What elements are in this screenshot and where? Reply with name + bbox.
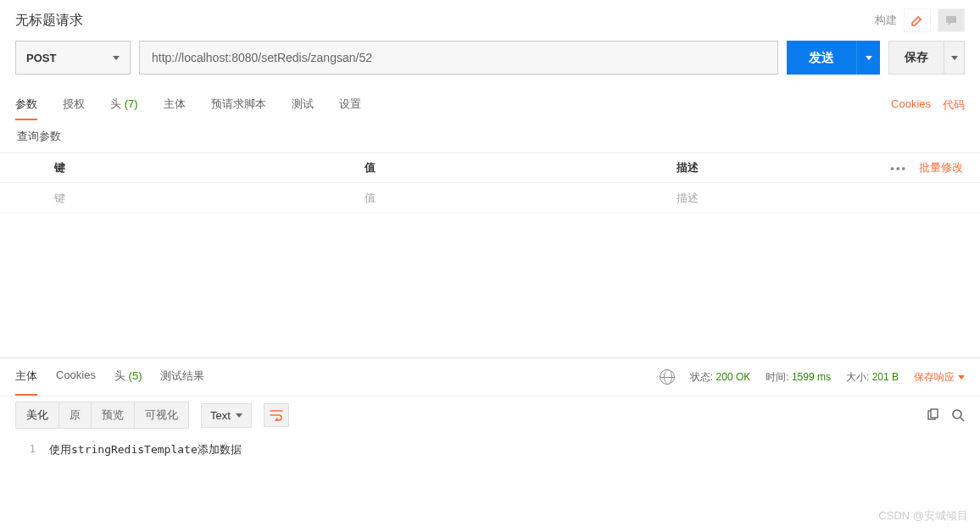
bulk-edit-link[interactable]: 批量修改 [919, 160, 963, 175]
save-options-button[interactable] [944, 41, 965, 75]
resp-tab-body[interactable]: 主体 [15, 358, 37, 396]
param-desc-input[interactable]: 描述 [670, 191, 980, 206]
cookies-link[interactable]: Cookies [891, 97, 931, 113]
tab-settings[interactable]: 设置 [339, 90, 361, 120]
tab-headers[interactable]: 头 (7) [110, 90, 138, 120]
save-button[interactable]: 保存 [888, 41, 944, 75]
svg-rect-2 [931, 409, 938, 418]
col-header-desc: 描述 [670, 160, 890, 175]
pencil-icon [910, 14, 924, 27]
resp-tab-headers[interactable]: 头 (5) [114, 358, 142, 396]
method-value: POST [26, 52, 56, 64]
request-tabs: 参数 授权 头 (7) 主体 预请求脚本 测试 设置 [15, 90, 361, 120]
col-header-key: 键 [51, 160, 358, 175]
tab-tests[interactable]: 测试 [292, 90, 314, 120]
chevron-down-icon [958, 375, 965, 380]
content-type-select[interactable]: Text [201, 403, 252, 428]
request-title: 无标题请求 [15, 12, 83, 30]
tab-authorization[interactable]: 授权 [63, 90, 85, 120]
copy-icon[interactable] [926, 408, 939, 422]
comment-icon [944, 14, 958, 27]
wrap-lines-button[interactable] [264, 403, 289, 427]
time-label: 时间: 1599 ms [766, 370, 831, 385]
chevron-down-icon [113, 56, 120, 60]
response-tabs: 主体 Cookies 头 (5) 测试结果 [15, 358, 204, 396]
svg-rect-0 [946, 16, 956, 23]
resp-headers-count: (5) [129, 369, 142, 382]
edit-icon-button[interactable] [904, 8, 931, 32]
param-value-input[interactable]: 值 [358, 191, 670, 206]
more-icon[interactable]: ••• [890, 162, 907, 175]
send-button[interactable]: 发送 [787, 41, 856, 75]
param-row[interactable]: 键 值 描述 [0, 183, 980, 213]
response-content: 使用stringRedisTemplate添加数据 [49, 442, 242, 457]
resp-tab-testresults[interactable]: 测试结果 [160, 358, 204, 396]
tab-params[interactable]: 参数 [15, 90, 37, 120]
query-params-heading: 查询参数 [0, 120, 980, 152]
col-header-value: 值 [358, 160, 670, 175]
comment-icon-button[interactable] [938, 8, 965, 32]
tab-prerequest[interactable]: 预请求脚本 [211, 90, 266, 120]
svg-point-3 [953, 410, 961, 418]
headers-count: (7) [125, 97, 138, 110]
tab-body[interactable]: 主体 [164, 90, 186, 120]
size-label: 大小: 201 B [846, 370, 899, 385]
search-icon[interactable] [951, 408, 965, 422]
mode-pretty[interactable]: 美化 [15, 402, 59, 429]
param-key-input[interactable]: 键 [51, 191, 358, 206]
chevron-down-icon [236, 413, 242, 418]
url-input[interactable] [139, 41, 778, 75]
method-select[interactable]: POST [15, 41, 131, 75]
send-options-button[interactable] [856, 41, 880, 75]
line-number: 1 [15, 442, 49, 457]
code-link[interactable]: 代码 [943, 97, 965, 113]
status-label: 状态: 200 OK [690, 370, 750, 385]
chevron-down-icon [866, 56, 872, 60]
build-button[interactable]: 构建 [875, 13, 897, 28]
mode-visualize[interactable]: 可视化 [135, 402, 189, 429]
save-response-button[interactable]: 保存响应 [914, 370, 965, 385]
wrap-icon [269, 409, 284, 421]
mode-raw[interactable]: 原 [59, 402, 92, 429]
mode-preview[interactable]: 预览 [92, 402, 135, 429]
globe-icon[interactable] [660, 369, 675, 385]
resp-tab-cookies[interactable]: Cookies [56, 358, 96, 396]
chevron-down-icon [951, 56, 958, 60]
watermark: CSDN @安城倾目 [878, 508, 968, 524]
